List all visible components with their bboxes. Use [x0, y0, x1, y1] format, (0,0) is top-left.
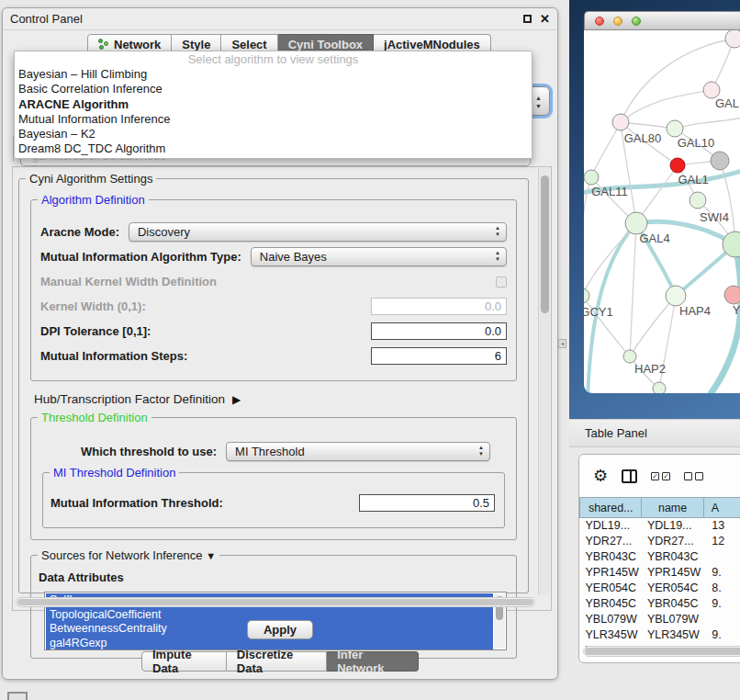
algorithm-option[interactable]: Basic Correlation Inference	[15, 82, 532, 96]
network-node-y[interactable]	[724, 286, 740, 304]
algorithm-option[interactable]: Dream8 DC_TDC Algorithm	[15, 141, 532, 156]
table-cell: YBL079W	[580, 612, 642, 627]
combo-arrows-icon: ▲▼	[495, 250, 500, 263]
algorithm-option[interactable]: Bayesian – K2	[15, 127, 532, 141]
settings-scrollpane: Cyni Algorithm Settings Algorithm Defini…	[12, 166, 552, 611]
mi-threshold-group-title: MI Threshold Definition	[50, 466, 179, 480]
float-window-icon[interactable]	[523, 15, 532, 23]
settings-vertical-scrollbar[interactable]	[538, 168, 550, 595]
collapse-arrow-icon[interactable]: ▼	[206, 550, 216, 561]
table-cell: YDR27...	[642, 534, 703, 549]
minimized-panel-icon[interactable]	[7, 692, 28, 700]
table-cell: 9.	[703, 565, 740, 581]
table-row[interactable]: YDL19...YDL19...13	[580, 518, 740, 534]
network-node[interactable]	[725, 30, 740, 48]
network-node-hap2[interactable]	[623, 350, 636, 363]
mi-steps-field[interactable]: 6	[371, 347, 507, 365]
tab-infer-network[interactable]: Infer Network	[327, 651, 419, 672]
table-row[interactable]: YBR043CYBR043C	[580, 549, 740, 565]
table-row[interactable]: YBR045CYBR045C9.	[580, 596, 740, 612]
close-traffic-light-icon[interactable]	[595, 17, 604, 26]
table-cell: YER054C	[580, 581, 642, 596]
manual-kernel-checkbox[interactable]	[496, 277, 507, 288]
network-node-label: Y	[733, 303, 740, 317]
bottom-tabs: Impute DataDiscretize DataInfer Network	[141, 651, 419, 672]
mi-type-value: Naive Bayes	[260, 250, 327, 264]
mi-threshold-group: MI Threshold Definition Mutual Informati…	[42, 472, 505, 528]
table-column-header[interactable]: name	[642, 498, 703, 518]
mi-threshold-label: Mutual Information Threshold:	[50, 496, 223, 510]
table-cell: YER054C	[642, 581, 703, 596]
kernel-width-field[interactable]: 0.0	[371, 298, 507, 315]
table-column-header[interactable]: A	[703, 498, 740, 518]
network-node[interactable]	[711, 152, 729, 170]
network-node-label: GAL	[715, 96, 739, 110]
table-cell: YDL19...	[580, 518, 642, 534]
threshold-definition-group: Threshold Definition Which threshold to …	[30, 417, 517, 540]
columns-icon[interactable]	[622, 469, 637, 483]
network-node-gal10[interactable]	[667, 120, 683, 137]
network-graph[interactable]: GALGAL80GAL10GAL1GAL11SWI4GAL4GCY1HAP4YH…	[584, 30, 740, 393]
dpi-tolerance-label: DPI Tolerance [0,1]:	[40, 324, 151, 338]
zoom-traffic-light-icon[interactable]	[632, 17, 641, 26]
algorithm-option[interactable]: Bayesian – Hill Climbing	[15, 67, 532, 82]
dpi-tolerance-field[interactable]: 0.0	[371, 322, 507, 340]
tab-discretize-data[interactable]: Discretize Data	[227, 651, 327, 672]
table-row[interactable]: YPR145WYPR145W9.	[580, 565, 740, 581]
network-node-gal80[interactable]	[612, 114, 629, 130]
settings-horizontal-scrollbar[interactable]	[16, 597, 535, 607]
table-row[interactable]: YLR345WYLR345W9.	[580, 627, 740, 643]
network-icon	[98, 39, 109, 50]
network-node-gcy1[interactable]	[584, 288, 589, 303]
table-cell: YPR145W	[580, 565, 642, 581]
expand-arrow-icon[interactable]: ▶	[232, 393, 241, 406]
gear-icon[interactable]: ⚙	[593, 466, 608, 486]
hub-definition-label: Hub/Transcription Factor Definition	[34, 392, 225, 406]
table-cell	[703, 549, 740, 565]
table-horizontal-scrollbar[interactable]	[583, 646, 740, 657]
table-cell: YLR345W	[580, 627, 642, 643]
algorithm-option[interactable]: ARACNE Algorithm	[15, 97, 532, 112]
algorithm-option[interactable]: Mutual Information Inference	[15, 112, 532, 127]
select-all-checkboxes-icon[interactable]: ✓✓	[651, 472, 670, 480]
mi-threshold-field[interactable]: 0.5	[359, 494, 495, 512]
network-node-gal11[interactable]	[584, 170, 599, 185]
table-row[interactable]: YDR27...YDR27...12	[580, 534, 740, 549]
algorithm-dropdown-prompt: Select algorithm to view settings	[15, 51, 532, 67]
tab-impute-data[interactable]: Impute Data	[141, 651, 227, 672]
sources-title: Sources for Network Inference ▼	[38, 548, 219, 562]
table-panel-body: ⚙ ✓✓ shared...nameA YDL19...YDL19...13YD…	[578, 454, 740, 663]
table-row[interactable]: YBL079WYBL079W	[580, 612, 740, 627]
table-cell: YBR043C	[580, 549, 642, 565]
split-pane-handle[interactable]: ◂	[558, 339, 566, 348]
network-node-gal1[interactable]	[670, 158, 685, 173]
deselect-all-checkboxes-icon[interactable]	[684, 472, 703, 480]
minimize-traffic-light-icon[interactable]	[613, 17, 622, 26]
network-canvas[interactable]: GALGAL80GAL10GAL1GAL11SWI4GAL4GCY1HAP4YH…	[584, 30, 740, 393]
network-node-label: GAL11	[591, 185, 628, 198]
network-node[interactable]	[653, 382, 666, 393]
table-panel: Table Panel ⚙ ✓✓ shared...nameA YDL19...…	[569, 419, 740, 700]
control-panel-title: Control Panel	[10, 12, 523, 26]
network-node-hap4[interactable]	[666, 286, 686, 306]
hub-definition-expander[interactable]: Hub/Transcription Factor Definition ▶	[34, 392, 517, 406]
network-node-swi4[interactable]	[690, 192, 706, 209]
table-header-row: shared...nameA	[580, 498, 740, 518]
network-node-label: GAL80	[624, 131, 661, 145]
algorithm-definition-title: Algorithm Definition	[38, 193, 149, 207]
aracne-mode-combobox[interactable]: Discovery ▲▼	[129, 222, 507, 242]
network-window-titlebar[interactable]	[584, 11, 740, 30]
table-column-header[interactable]: shared...	[580, 498, 642, 518]
node-attribute-table: shared...nameA YDL19...YDL19...13YDR27..…	[579, 497, 740, 659]
table-row[interactable]: YER054CYER054C8.	[580, 581, 740, 596]
table-panel-title: Table Panel	[585, 426, 647, 440]
table-cell: 13	[703, 518, 740, 534]
algorithm-definition-group: Algorithm Definition Aracne Mode: Discov…	[30, 199, 517, 381]
apply-button[interactable]: Apply	[247, 620, 313, 639]
network-node-label: GAL4	[639, 231, 669, 245]
table-cell: 9.	[703, 596, 740, 612]
close-icon[interactable]: ✕	[540, 15, 550, 23]
mi-type-combobox[interactable]: Naive Bayes ▲▼	[251, 247, 507, 266]
table-cell	[703, 612, 740, 627]
which-threshold-combobox[interactable]: MI Threshold ▲▼	[226, 442, 490, 461]
